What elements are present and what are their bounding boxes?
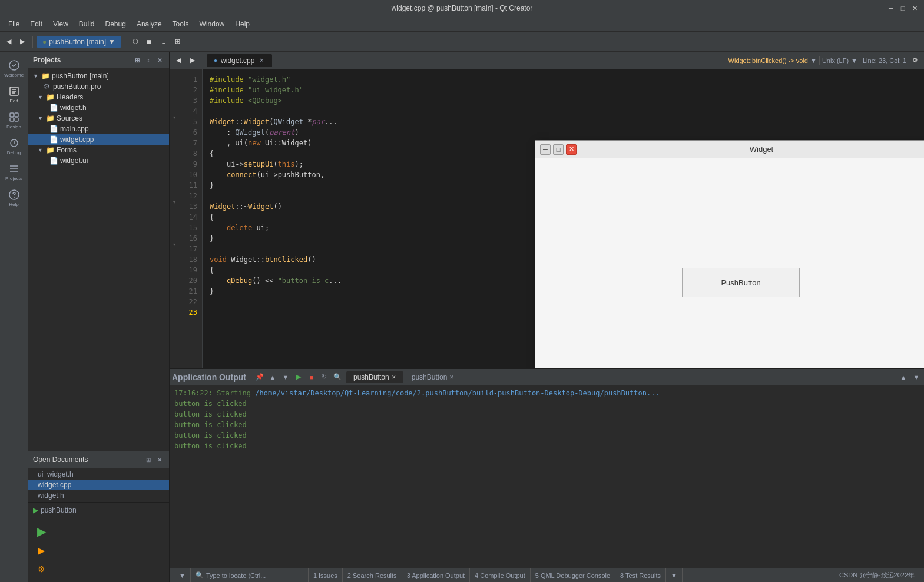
sidebar-debug[interactable]: Debug <box>2 134 26 158</box>
tree-label-headers: Headers <box>57 93 83 101</box>
bottom-panel-down-icon[interactable]: ▼ <box>911 372 922 383</box>
sidebar-help[interactable]: Help <box>2 186 26 209</box>
close-button[interactable]: ✕ <box>910 4 919 13</box>
output-search-icon[interactable]: 🔍 <box>332 372 343 383</box>
sidebar-welcome-label: Welcome <box>4 72 24 78</box>
debug-run-button[interactable]: ▶ <box>33 542 49 558</box>
open-doc-widget-h[interactable]: widget.h <box>28 490 169 501</box>
ln-11: 11 <box>179 180 202 191</box>
sidebar-debug-label: Debug <box>7 150 21 155</box>
tree-forms[interactable]: ▼ 📁 Forms <box>28 145 169 155</box>
toolbar-btn-4[interactable]: ⊞ <box>171 35 184 48</box>
tree-label-sources: Sources <box>57 114 82 122</box>
bottom-tab-close-2[interactable]: ✕ <box>449 374 454 380</box>
panel-filter-icon[interactable]: ⊞ <box>133 55 142 65</box>
fold-18[interactable]: ▾ <box>170 239 179 250</box>
status-search-results[interactable]: 2 Search Results <box>343 568 402 582</box>
menu-analyze[interactable]: Analyze <box>132 18 167 30</box>
toolbar-btn-3[interactable]: ≡ <box>157 35 170 48</box>
status-test-results[interactable]: 8 Test Results <box>615 568 666 582</box>
tree-main-cpp[interactable]: 📄 main.cpp <box>28 124 169 134</box>
encoding-arrow: ▼ <box>851 57 857 64</box>
fold-5[interactable]: ▾ <box>170 112 179 122</box>
ln-8: 8 <box>179 148 202 159</box>
editor-settings-btn[interactable]: ⚙ <box>909 54 922 67</box>
app-output-toolbar-left: 📌 ▲ ▼ ▶ ■ ↻ 🔍 <box>254 372 343 383</box>
widget-content: PushButton <box>535 158 924 368</box>
output-pin-icon[interactable]: 📌 <box>254 372 265 383</box>
menu-window[interactable]: Window <box>195 18 230 30</box>
tree-widget-cpp[interactable]: 📄 widget.cpp <box>28 134 169 145</box>
fold-13[interactable]: ▾ <box>170 197 179 207</box>
status-toggle-item[interactable]: ▼ <box>174 568 191 582</box>
status-qml-debugger[interactable]: 5 QML Debugger Console <box>531 568 615 582</box>
sidebar-projects[interactable]: Projects <box>2 160 26 184</box>
editor-tab-widget-cpp[interactable]: ● widget.cpp ✕ <box>207 54 272 67</box>
nav-back-button[interactable]: ◀ <box>2 35 15 48</box>
status-test-arrow[interactable]: ▼ <box>666 568 683 582</box>
menu-edit[interactable]: Edit <box>25 18 47 30</box>
open-doc-widget-cpp[interactable]: widget.cpp <box>28 480 169 490</box>
menu-debug[interactable]: Debug <box>101 18 131 30</box>
open-docs-icon-2[interactable]: ✕ <box>155 455 164 464</box>
run-button[interactable]: ▶ <box>33 523 49 540</box>
toolbar-btn-2[interactable]: ⏹ <box>143 35 156 48</box>
app-output-label: Application Output <box>172 373 246 382</box>
ln-21: 21 <box>179 286 202 297</box>
menu-build[interactable]: Build <box>74 18 100 30</box>
editor-nav-fwd[interactable]: ▶ <box>186 54 199 67</box>
editor-sep <box>203 55 203 66</box>
editor-tab-close[interactable]: ✕ <box>258 57 265 64</box>
output-run-icon[interactable]: ▶ <box>293 372 304 383</box>
panel-sort-icon[interactable]: ↕ <box>144 55 153 65</box>
minimize-button[interactable]: ─ <box>886 4 896 13</box>
toolbar-btn-1[interactable]: ⬡ <box>129 35 142 48</box>
bottom-panel-up-icon[interactable]: ▲ <box>898 372 909 383</box>
output-down-icon[interactable]: ▼ <box>280 372 291 383</box>
status-issues[interactable]: 1 Issues <box>309 568 343 582</box>
bottom-tab-close-1[interactable]: ✕ <box>392 374 396 380</box>
tree-sources[interactable]: ▼ 📁 Sources <box>28 113 169 124</box>
menu-view[interactable]: View <box>48 18 73 30</box>
status-compile-output[interactable]: 4 Compile Output <box>470 568 531 582</box>
tree-pushbutton-pro[interactable]: ⚙ pushButton.pro <box>28 81 169 92</box>
ln-6: 6 <box>179 127 202 138</box>
file-icon-pro: ⚙ <box>42 82 51 91</box>
editor-nav-back[interactable]: ◀ <box>172 54 185 67</box>
push-button-preview[interactable]: PushButton <box>682 268 800 297</box>
bottom-tab-pushbutton-1[interactable]: pushButton ✕ <box>346 371 403 383</box>
status-app-output[interactable]: 3 Application Output <box>402 568 470 582</box>
menu-help[interactable]: Help <box>230 18 254 30</box>
toolbar-sep-2 <box>125 36 125 48</box>
bottom-tab-label-1: pushButton <box>353 373 389 381</box>
output-stop-icon[interactable]: ■ <box>306 372 317 383</box>
output-up-icon[interactable]: ▲ <box>267 372 278 383</box>
file-icon-widget-ui: 📄 <box>49 157 58 165</box>
tree-pushbutton-main[interactable]: ▼ 📁 pushButton [main] <box>28 71 169 81</box>
open-doc-ui-widget[interactable]: ui_widget.h <box>28 469 169 480</box>
build-button[interactable]: ⚙ <box>33 561 49 577</box>
nav-forward-button[interactable]: ▶ <box>16 35 29 48</box>
ln-9: 9 <box>179 159 202 169</box>
widget-maximize-btn[interactable]: □ <box>553 144 564 155</box>
tree-widget-h[interactable]: 📄 widget.h <box>28 102 169 113</box>
bottom-tab-pushbutton-2[interactable]: pushButton ✕ <box>405 371 462 383</box>
sidebar-design[interactable]: Design <box>2 108 26 132</box>
status-search-label: Type to locate (Ctrl... <box>206 572 266 579</box>
maximize-button[interactable]: □ <box>898 4 908 13</box>
menu-tools[interactable]: Tools <box>168 18 194 30</box>
panel-close-icon[interactable]: ✕ <box>155 55 164 65</box>
open-docs-icon-1[interactable]: ⊞ <box>144 455 153 464</box>
widget-close-btn[interactable]: ✕ <box>566 144 577 155</box>
menu-file[interactable]: File <box>4 18 24 30</box>
project-selector[interactable]: ● pushButton [main] ▼ <box>37 36 121 48</box>
status-search-item[interactable]: 🔍 Type to locate (Ctrl... <box>191 568 309 582</box>
sidebar-welcome[interactable]: Welcome <box>2 56 26 80</box>
menu-bar: File Edit View Build Debug Analyze Tools… <box>0 16 924 32</box>
output-restart-icon[interactable]: ↻ <box>319 372 330 383</box>
tree-widget-ui[interactable]: 📄 widget.ui <box>28 155 169 166</box>
file-icon-widget-h: 📄 <box>49 104 58 112</box>
tree-headers[interactable]: ▼ 📁 Headers <box>28 92 169 102</box>
sidebar-edit[interactable]: Edit <box>2 82 26 106</box>
widget-minimize-btn[interactable]: ─ <box>540 144 551 155</box>
